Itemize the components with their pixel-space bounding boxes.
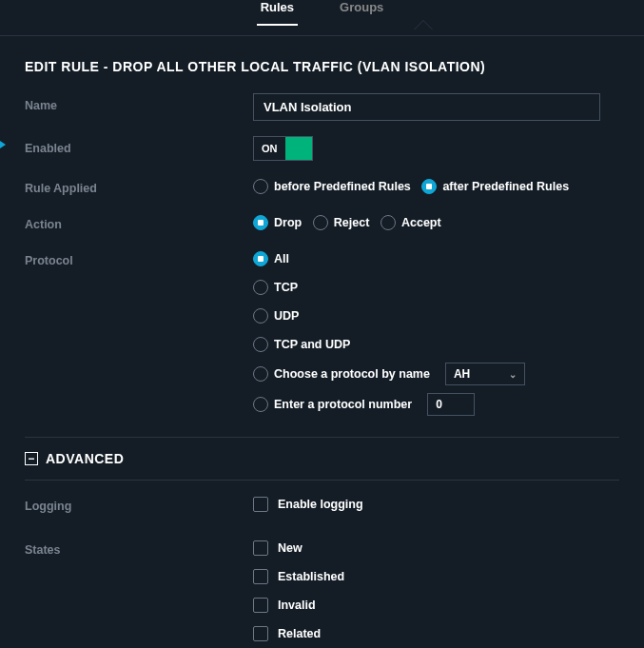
radio-action-accept[interactable]: Accept: [381, 212, 441, 233]
radio-label: TCP: [274, 281, 298, 294]
radio-label: TCP and UDP: [274, 338, 350, 351]
radio-label: Accept: [401, 216, 441, 229]
protocol-name-select[interactable]: AH ⌄: [445, 363, 525, 385]
checkbox-state-invalid[interactable]: Invalid: [253, 595, 619, 616]
radio-label: before Predefined Rules: [274, 180, 411, 193]
radio-label: All: [274, 252, 289, 265]
tab-rules[interactable]: Rules: [257, 0, 298, 26]
checkbox-label: Enable logging: [278, 498, 363, 511]
label-logging: Logging: [25, 494, 253, 513]
radio-after-predefined[interactable]: after Predefined Rules: [421, 176, 569, 197]
radio-label: UDP: [274, 309, 299, 323]
radio-icon: [253, 397, 268, 412]
label-name: Name: [25, 93, 253, 112]
radio-icon: [313, 215, 328, 230]
radio-icon: [253, 366, 268, 382]
checkbox-state-established[interactable]: Established: [253, 566, 619, 587]
radio-icon: [253, 280, 268, 295]
radio-icon: [253, 308, 268, 324]
checkbox-icon: [253, 569, 268, 584]
radio-protocol-all[interactable]: All: [253, 248, 619, 269]
divider: [25, 480, 619, 481]
enabled-toggle[interactable]: ON: [253, 136, 313, 161]
radio-protocol-tcpudp[interactable]: TCP and UDP: [253, 334, 619, 355]
radio-icon: [381, 215, 396, 230]
checkbox-icon: [253, 598, 268, 613]
checkbox-icon: [253, 497, 268, 512]
radio-before-predefined[interactable]: before Predefined Rules: [253, 176, 411, 197]
label-protocol: Protocol: [25, 248, 253, 267]
select-value: AH: [454, 367, 470, 381]
radio-label: Reject: [334, 216, 370, 229]
label-enabled: Enabled: [25, 136, 253, 155]
name-input[interactable]: [253, 93, 600, 121]
label-rule-applied: Rule Applied: [25, 176, 253, 195]
radio-icon: [253, 337, 268, 352]
protocol-number-input[interactable]: [427, 393, 475, 416]
checkbox-state-related[interactable]: Related: [253, 623, 619, 644]
radio-protocol-tcp[interactable]: TCP: [253, 277, 619, 298]
radio-icon: [421, 179, 437, 194]
radio-label: after Predefined Rules: [442, 180, 569, 193]
advanced-title: ADVANCED: [46, 451, 124, 466]
label-action: Action: [25, 212, 253, 231]
advanced-section-toggle[interactable]: − ADVANCED: [25, 451, 619, 466]
minus-square-icon: −: [25, 452, 38, 465]
checkbox-icon: [253, 626, 268, 641]
tab-indicator-arrow: [414, 21, 433, 30]
radio-icon: [253, 251, 268, 266]
tab-bar: Rules Groups: [0, 0, 644, 35]
checkbox-label: New: [278, 541, 302, 555]
enabled-toggle-label: ON: [254, 137, 285, 160]
divider: [25, 437, 619, 438]
radio-label: Enter a protocol number: [274, 398, 412, 411]
checkbox-enable-logging[interactable]: Enable logging: [253, 494, 619, 515]
radio-action-reject[interactable]: Reject: [313, 212, 370, 233]
radio-protocol-udp[interactable]: UDP: [253, 305, 619, 326]
checkbox-label: Related: [278, 627, 321, 640]
checkbox-icon: [253, 540, 268, 556]
radio-protocol-bynumber[interactable]: Enter a protocol number: [253, 393, 619, 416]
enabled-toggle-knob: [285, 137, 312, 160]
radio-protocol-byname[interactable]: Choose a protocol by name AH ⌄: [253, 363, 619, 385]
tab-groups[interactable]: Groups: [336, 0, 387, 26]
radio-icon: [253, 215, 268, 230]
checkbox-state-new[interactable]: New: [253, 538, 619, 559]
radio-label: Choose a protocol by name: [274, 367, 430, 381]
radio-action-drop[interactable]: Drop: [253, 212, 302, 233]
chevron-down-icon: ⌄: [509, 369, 517, 380]
radio-icon: [253, 179, 268, 194]
page-title: EDIT RULE - DROP ALL OTHER LOCAL TRAFFIC…: [25, 59, 619, 74]
checkbox-label: Established: [278, 570, 344, 583]
radio-label: Drop: [274, 216, 302, 229]
label-states: States: [25, 538, 253, 557]
checkbox-label: Invalid: [278, 599, 316, 612]
